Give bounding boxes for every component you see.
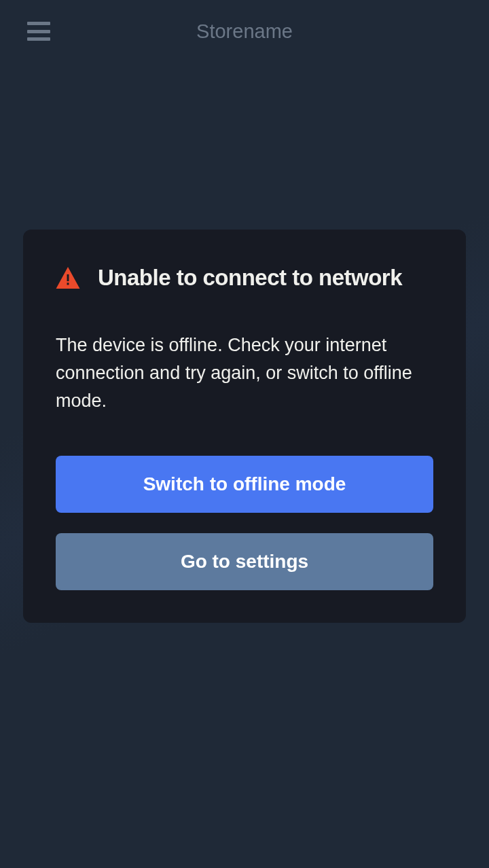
hamburger-menu-icon[interactable] xyxy=(27,22,50,41)
app-header: Storename xyxy=(0,0,489,62)
warning-triangle-icon xyxy=(56,267,80,289)
dialog-header: Unable to connect to network xyxy=(56,265,433,291)
svg-rect-1 xyxy=(67,283,69,285)
go-to-settings-button[interactable]: Go to settings xyxy=(56,533,433,590)
dialog-title: Unable to connect to network xyxy=(98,265,402,291)
svg-rect-0 xyxy=(67,274,69,281)
network-error-dialog: Unable to connect to network The device … xyxy=(23,230,466,623)
switch-offline-button[interactable]: Switch to offline mode xyxy=(56,456,433,513)
dialog-message: The device is offline. Check your intern… xyxy=(56,331,433,415)
page-title: Storename xyxy=(196,20,293,43)
